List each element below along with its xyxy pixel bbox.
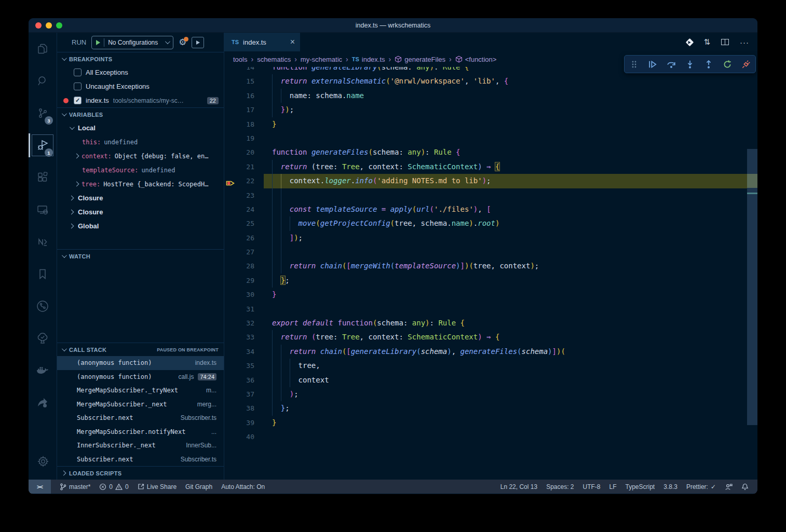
line-number: 22 <box>239 174 254 188</box>
activity-explorer[interactable] <box>29 33 57 65</box>
typescript-file-icon: TS <box>232 39 239 45</box>
breadcrumb-tools[interactable]: tools <box>233 56 247 63</box>
call-stack-frame[interactable]: InnerSubscriber._nextInnerSub... <box>57 439 224 453</box>
activity-manage[interactable] <box>29 445 57 478</box>
activity-git-graph[interactable] <box>29 290 57 322</box>
breakpoint-path: tools/schematics/my-sch... <box>113 97 186 104</box>
close-window-button[interactable] <box>35 22 42 29</box>
breadcrumb-my-schematic[interactable]: my-schematic <box>301 56 342 63</box>
status-git-graph[interactable]: Git Graph <box>185 483 212 490</box>
breadcrumb-schematics[interactable]: schematics <box>257 56 291 63</box>
activity-source-control[interactable]: 3 <box>29 97 57 129</box>
status-ts-version[interactable]: 3.8.3 <box>663 483 677 490</box>
variables-header[interactable]: VARIABLES <box>57 107 224 121</box>
activity-share[interactable] <box>29 387 57 419</box>
step-over-button[interactable] <box>665 58 678 71</box>
frame-file: ... <box>206 428 216 435</box>
status-feedback[interactable] <box>725 483 733 490</box>
breakpoint-item[interactable]: ✓index.tstools/schematics/my-sch...22 <box>57 93 224 107</box>
configure-gear-button[interactable]: ⚙ <box>179 38 186 47</box>
breakpoint-item[interactable]: All Exceptions <box>57 65 224 79</box>
status-language[interactable]: TypeScript <box>626 483 655 490</box>
variable-scope[interactable]: Global <box>57 219 224 233</box>
variable-name: this: <box>82 139 101 146</box>
launch-configuration-dropdown[interactable]: No Configurations <box>91 36 173 49</box>
code-line: 32export default function(schema: any): … <box>224 316 757 330</box>
variable-item[interactable]: templateSource:undefined <box>57 163 224 177</box>
call-stack-frame[interactable]: Subscriber.nextSubscriber.ts <box>57 411 224 425</box>
loaded-scripts-header[interactable]: LOADED SCRIPTS <box>57 466 224 480</box>
toolbar-drag-handle[interactable] <box>627 58 641 71</box>
step-out-button[interactable] <box>702 58 715 71</box>
tab-index-ts[interactable]: TS index.ts × <box>224 33 300 51</box>
activity-search[interactable] <box>29 65 57 97</box>
compare-changes-icon[interactable]: ⇅ <box>703 37 710 47</box>
bell-icon <box>741 483 749 490</box>
activity-extensions[interactable] <box>29 161 57 194</box>
call-stack-frame[interactable]: Subscriber.nextSubscriber.ts <box>57 453 224 467</box>
activity-remote-explorer[interactable] <box>29 194 57 226</box>
variable-item[interactable]: context:Object {debug: false, en… <box>57 149 224 163</box>
status-auto-attach[interactable]: Auto Attach: On <box>221 483 265 490</box>
status-problems[interactable]: 0 0 <box>99 483 128 490</box>
frame-file: merg... <box>192 401 216 408</box>
call-stack-frame[interactable]: MergeMapSubscriber._tryNextm... <box>57 384 224 398</box>
status-eol[interactable]: LF <box>609 483 617 490</box>
status-indentation[interactable]: Spaces: 2 <box>546 483 574 490</box>
call-stack-frame[interactable]: MergeMapSubscriber._nextmerg... <box>57 398 224 412</box>
editor-scrollbar[interactable] <box>747 67 757 480</box>
code-line: 29 }; <box>224 274 757 288</box>
variable-value: undefined <box>104 139 138 146</box>
breakpoint-item[interactable]: Uncaught Exceptions <box>57 79 224 93</box>
gitlens-icon[interactable] <box>686 38 694 46</box>
close-tab-icon[interactable]: × <box>290 38 295 46</box>
call-stack-frame[interactable]: (anonymous function)call.js74:24 <box>57 370 224 384</box>
remote-indicator[interactable]: >< <box>29 480 51 494</box>
status-notifications[interactable] <box>741 483 749 490</box>
restart-button[interactable] <box>721 58 734 71</box>
breakpoint-checkbox[interactable] <box>74 69 82 76</box>
variable-item[interactable]: tree:HostTree {_backend: ScopedH… <box>57 177 224 191</box>
activity-testing[interactable] <box>29 322 57 354</box>
breadcrumb-symbol-function[interactable]: <function> <box>455 56 497 63</box>
split-editor-icon[interactable] <box>721 39 729 45</box>
paused-status: PAUSED ON BREAKPOINT <box>157 347 219 352</box>
breadcrumb-symbol-generateFiles[interactable]: generateFiles <box>395 56 445 63</box>
start-debug-icon[interactable] <box>96 40 100 45</box>
breakpoint-checkbox[interactable] <box>74 83 82 90</box>
indent-guide <box>281 245 281 259</box>
watch-header[interactable]: WATCH <box>57 249 224 263</box>
code-line: 26 ]); <box>224 231 757 245</box>
variable-scope[interactable]: Closure <box>57 191 224 205</box>
variable-scope[interactable]: Closure <box>57 205 224 219</box>
status-branch[interactable]: master* <box>60 483 90 490</box>
zoom-window-button[interactable] <box>56 22 62 29</box>
scrollbar-slider[interactable] <box>747 149 757 425</box>
call-stack-frame[interactable]: (anonymous function)index.ts <box>57 356 224 370</box>
activity-bookmarks[interactable] <box>29 258 57 290</box>
indent-guide <box>281 188 281 202</box>
call-stack-header[interactable]: CALL STACK PAUSED ON BREAKPOINT <box>57 343 224 356</box>
frame-position-badge: 74:24 <box>198 373 216 380</box>
continue-button[interactable] <box>646 58 659 71</box>
activity-run-debug[interactable]: 1 <box>29 129 57 161</box>
bookmark-icon <box>36 268 49 280</box>
status-cursor-position[interactable]: Ln 22, Col 13 <box>500 483 537 490</box>
disconnect-button[interactable] <box>739 58 753 71</box>
variable-item[interactable]: this:undefined <box>57 135 224 149</box>
variable-scope[interactable]: Local <box>57 121 224 135</box>
breakpoint-checkbox[interactable]: ✓ <box>74 97 82 104</box>
status-prettier[interactable]: Prettier:✓ <box>686 483 716 490</box>
more-actions-icon[interactable]: ··· <box>740 38 749 47</box>
code-editor[interactable]: 14function generateLibrary(schema: any):… <box>224 67 757 480</box>
activity-nx-console[interactable] <box>29 226 57 258</box>
breadcrumb-file[interactable]: TS index.ts <box>352 56 385 63</box>
debug-console-button[interactable] <box>192 37 204 48</box>
breakpoints-header[interactable]: BREAKPOINTS <box>57 52 224 65</box>
call-stack-frame[interactable]: MergeMapSubscriber.notifyNext... <box>57 425 224 439</box>
minimize-window-button[interactable] <box>46 22 52 29</box>
step-into-button[interactable] <box>683 58 697 71</box>
activity-docker[interactable] <box>29 354 57 387</box>
status-encoding[interactable]: UTF-8 <box>583 483 601 490</box>
status-live-share[interactable]: Live Share <box>138 483 177 490</box>
